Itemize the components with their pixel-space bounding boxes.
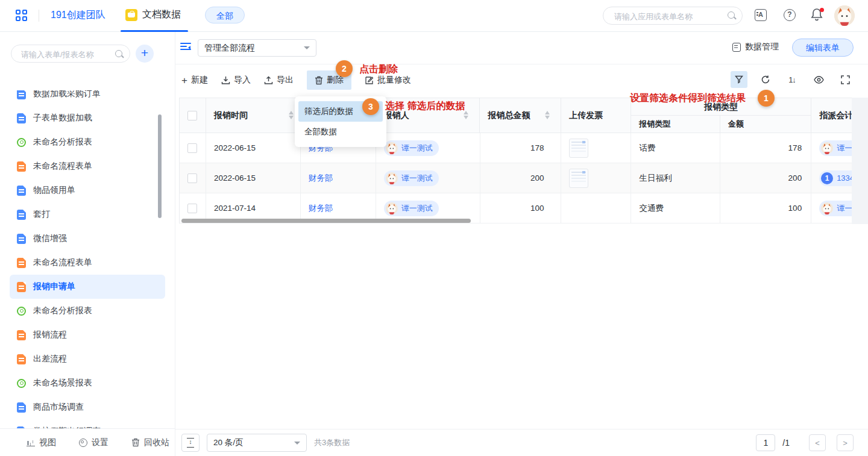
cat-avatar — [386, 172, 398, 184]
sidebar-scrollbar[interactable] — [158, 114, 162, 218]
edit-icon — [365, 76, 374, 85]
export-button[interactable]: 导出 — [264, 75, 294, 86]
member-chip[interactable]: 谭一测试 — [819, 140, 852, 156]
notification-bell-icon[interactable] — [811, 8, 824, 22]
page-size-select[interactable]: 20 条/页 — [207, 434, 307, 452]
member-chip[interactable]: 谭一测试 — [384, 140, 439, 156]
fullscreen-button[interactable] — [837, 71, 854, 88]
sidebar-item[interactable]: 报销流程 — [10, 323, 165, 347]
sidebar-item[interactable]: 出差流程 — [10, 347, 165, 371]
menu-item-all-data[interactable]: 全部数据 — [298, 122, 383, 142]
user-avatar[interactable] — [834, 5, 855, 26]
row-height-button[interactable] — [181, 434, 200, 452]
settings-button[interactable]: 设置 — [79, 437, 108, 448]
next-page-button[interactable]: > — [837, 434, 854, 451]
annotation-step3-text: 选择 筛选后的数据 — [385, 100, 465, 113]
sidebar-item[interactable]: 未命名场景报表 — [10, 371, 165, 395]
batch-edit-button[interactable]: 批量修改 — [365, 75, 411, 86]
sidebar-item[interactable]: 未命名流程表单 — [10, 251, 165, 275]
filter-button[interactable] — [731, 71, 747, 88]
cat-avatar — [386, 142, 398, 154]
sidebar-item[interactable]: 未命名流程表单 — [10, 154, 165, 178]
row-checkbox[interactable] — [187, 143, 197, 153]
flow-form-icon — [17, 161, 26, 172]
app-grid-icon[interactable] — [16, 10, 28, 22]
form-icon — [17, 210, 26, 220]
sidebar-item[interactable]: 数据加载采购订单 — [10, 90, 165, 106]
sidebar-search[interactable] — [11, 45, 130, 63]
sort-button[interactable] — [784, 71, 800, 88]
invoice-thumbnail[interactable] — [569, 169, 588, 188]
sidebar-search-input[interactable] — [20, 46, 113, 63]
table-row: 2022-06-15 财务部 谭一测试 200 生日福利 200 1 — [180, 163, 852, 193]
member-chip[interactable]: 1 1334 — [819, 170, 852, 186]
row-checkbox[interactable] — [187, 173, 197, 183]
form-icon — [17, 234, 26, 244]
header-type[interactable]: 报销类型 — [631, 116, 720, 133]
search-icon — [115, 50, 122, 57]
language-icon[interactable] — [755, 9, 767, 21]
sidebar-item[interactable]: 微信增强 — [10, 226, 165, 251]
new-button[interactable]: + 新建 — [181, 75, 208, 86]
row-checkbox[interactable] — [187, 204, 197, 213]
sort-arrows-icon[interactable] — [289, 111, 294, 119]
member-chip[interactable]: 谭一测试 — [819, 201, 852, 216]
tab-document-data[interactable]: 文档数据 — [125, 8, 181, 21]
export-icon — [264, 76, 273, 85]
scope-all-pill[interactable]: 全部 — [205, 7, 245, 23]
add-form-button[interactable]: + — [136, 45, 154, 63]
column-visibility-button[interactable] — [810, 71, 827, 88]
prev-page-button[interactable]: < — [809, 434, 826, 451]
member-chip[interactable]: 谭一测试 — [384, 201, 439, 216]
sidebar-item[interactable]: 子表单数据加载 — [10, 106, 165, 130]
views-button[interactable]: 视图 — [27, 437, 56, 448]
cell-invoice — [561, 193, 631, 223]
team-name[interactable]: 191创建团队 — [51, 9, 105, 22]
data-manage-button[interactable]: 数据管理 — [732, 42, 779, 52]
header-time[interactable]: 报销时间 — [206, 98, 301, 133]
header-amount[interactable]: 金额 — [720, 116, 811, 133]
header-accountant[interactable]: 指派会计 — [811, 98, 852, 133]
header-invoice[interactable]: 上传发票 — [561, 98, 631, 133]
page-total-text: /1 — [782, 438, 790, 448]
horizontal-scrollbar[interactable] — [181, 219, 471, 223]
global-search-input[interactable] — [613, 8, 724, 25]
cell-accountant: 谭一测试 — [811, 193, 852, 223]
invoice-thumbnail[interactable] — [569, 139, 588, 158]
sidebar-item[interactable]: 未命名分析报表 — [10, 299, 165, 323]
flow-scope-select[interactable]: 管理全部流程 — [198, 39, 316, 57]
select-all-checkbox[interactable] — [187, 111, 197, 120]
table-row: 2022-06-15 财务部 谭一测试 178 话费 178 — [180, 133, 852, 163]
sidebar-item[interactable]: 学校假期出行调查 — [10, 419, 165, 429]
sidebar-item[interactable]: 套打 — [10, 202, 165, 226]
help-icon[interactable] — [784, 9, 796, 21]
sidebar-item-selected[interactable]: 报销申请单 — [10, 275, 165, 299]
member-chip[interactable]: 谭一测试 — [384, 170, 439, 186]
cell-total: 100 — [480, 193, 562, 223]
annotation-step2-text: 点击删除 — [359, 63, 398, 76]
dept-link[interactable]: 财务部 — [309, 173, 333, 184]
total-count-text: 共3条数据 — [314, 437, 350, 448]
sidebar-item[interactable]: 未命名分析报表 — [10, 130, 165, 154]
sidebar-item[interactable]: 商品市场调查 — [10, 395, 165, 419]
page-number-input[interactable] — [756, 434, 775, 451]
cell-amount: 178 — [720, 133, 811, 163]
active-tab-underline — [121, 30, 188, 32]
screen: 191创建团队 文档数据 全部 + 数据加载采购订单 子表单数据加载 — [0, 0, 868, 456]
sidebar-item[interactable]: 物品领用单 — [10, 178, 165, 202]
filter-icon — [734, 75, 744, 84]
report-icon — [17, 379, 26, 388]
collapse-sidebar-icon[interactable] — [180, 43, 191, 51]
refresh-button[interactable] — [757, 71, 774, 88]
import-button[interactable]: 导入 — [221, 75, 251, 86]
header-total[interactable]: 报销总金额 — [480, 98, 561, 133]
recycle-bin-button[interactable]: 回收站 — [131, 437, 169, 448]
form-icon — [17, 402, 26, 413]
edit-form-button[interactable]: 编辑表单 — [792, 39, 854, 57]
dept-link[interactable]: 财务部 — [309, 203, 333, 214]
app-icon — [125, 9, 137, 21]
step-badge-1: 1 — [758, 90, 775, 107]
global-search[interactable] — [603, 7, 743, 25]
sort-arrows-icon[interactable] — [545, 111, 550, 119]
cell-total: 200 — [480, 163, 562, 193]
